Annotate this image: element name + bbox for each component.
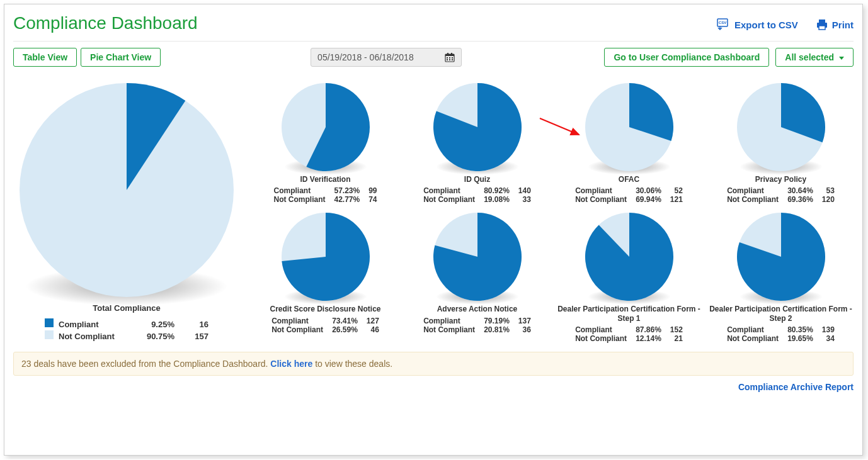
card-credit-score: Credit Score Disclosure Notice Compliant…: [253, 213, 398, 343]
val-n: 33: [523, 195, 531, 204]
total-compliance-pie-wrap[interactable]: [20, 83, 234, 297]
page-title: Compliance Dashboard: [13, 13, 198, 33]
csv-icon: CSV: [717, 18, 731, 31]
all-selected-dropdown[interactable]: All selected: [775, 48, 854, 67]
svg-rect-2: [819, 20, 825, 23]
banner-suffix: to view these deals.: [312, 359, 392, 369]
divider: [13, 41, 854, 42]
svg-rect-7: [447, 53, 448, 55]
val-pct: 80.35%: [787, 325, 813, 334]
title-credit-score: Credit Score Disclosure Notice: [270, 305, 380, 313]
lbl-compliant: Compliant: [727, 186, 764, 195]
total-compliance-column: Total Compliance Compliant 9.25% 16 N: [13, 83, 240, 343]
total-compliant-n: 16: [200, 320, 208, 329]
total-not-n: 157: [195, 332, 208, 341]
date-range-value: 05/19/2018 - 06/18/2018: [317, 52, 414, 62]
val-n: 140: [518, 186, 531, 195]
val-n: 74: [368, 195, 377, 204]
lbl-not: Not Compliant: [575, 195, 627, 204]
view-toggle-group: Table View Pie Chart View: [13, 48, 161, 67]
banner-prefix: 23 deals have been excluded from the Com…: [21, 359, 270, 369]
title-dealer-step1: Dealer Participation Certification Form …: [556, 305, 702, 323]
pie-ofac[interactable]: [585, 83, 673, 171]
val-n: 34: [826, 334, 835, 343]
val-pct: 30.64%: [787, 186, 813, 195]
top-actions: CSV Export to CSV Print: [717, 18, 854, 31]
val-pct: 12.14%: [636, 334, 661, 343]
stats-dealer-step2: Compliant 80.35% 139 Not Compliant 19.65…: [727, 325, 835, 343]
val-n: 127: [367, 317, 379, 325]
title-privacy-policy: Privacy Policy: [755, 175, 806, 184]
stats-adverse-action: Compliant 79.19% 137 Not Compliant 20.81…: [423, 317, 531, 334]
card-id-quiz: ID Quiz Compliant 80.92% 140 Not Complia…: [404, 83, 550, 204]
val-n: 99: [368, 186, 377, 195]
val-n: 21: [675, 334, 683, 343]
user-dashboard-button[interactable]: Go to User Compliance Dashboard: [604, 48, 769, 67]
all-selected-label: All selected: [785, 52, 834, 62]
pie-privacy-policy[interactable]: [737, 83, 825, 171]
pie-dealer-step1[interactable]: [585, 213, 673, 301]
total-not-pct: 90.75%: [147, 332, 174, 341]
pie-adverse-action[interactable]: [433, 213, 522, 301]
svg-rect-11: [452, 57, 453, 59]
lbl-not: Not Compliant: [727, 195, 779, 204]
topbar: Compliance Dashboard CSV Export to CSV P…: [13, 11, 854, 38]
dashboard-frame: Compliance Dashboard CSV Export to CSV P…: [4, 4, 863, 456]
lbl-not: Not Compliant: [575, 334, 627, 343]
right-controls: Go to User Compliance Dashboard All sele…: [604, 48, 854, 67]
export-csv-button[interactable]: CSV Export to CSV: [717, 18, 798, 31]
card-dealer-step2: Dealer Participation Certification Form …: [708, 213, 854, 343]
banner-link[interactable]: Click here: [270, 359, 312, 369]
stats-id-quiz: Compliant 80.92% 140 Not Compliant 19.08…: [423, 186, 531, 204]
val-n: 36: [523, 325, 531, 334]
title-ofac: OFAC: [619, 175, 639, 184]
val-pct: 69.94%: [636, 195, 661, 204]
svg-rect-14: [452, 59, 453, 60]
excluded-deals-banner: 23 deals have been excluded from the Com…: [13, 352, 854, 376]
lbl-not: Not Compliant: [273, 195, 325, 204]
card-adverse-action: Adverse Action Notice Compliant 79.19% 1…: [404, 213, 550, 343]
archive-report-link[interactable]: Compliance Archive Report: [13, 382, 854, 392]
card-ofac: OFAC Compliant 30.06% 52 Not Compliant 6…: [556, 83, 702, 204]
pie-chart-view-button[interactable]: Pie Chart View: [81, 48, 161, 67]
val-n: 52: [675, 186, 683, 195]
title-id-quiz: ID Quiz: [464, 175, 490, 184]
val-pct: 79.19%: [484, 317, 510, 325]
export-csv-label: Export to CSV: [734, 20, 798, 30]
pie-credit-score[interactable]: [282, 213, 370, 301]
val-pct: 19.65%: [787, 334, 813, 343]
lbl-compliant: Compliant: [271, 317, 309, 325]
controlbar: Table View Pie Chart View 05/19/2018 - 0…: [13, 48, 854, 67]
pie-id-verification[interactable]: [282, 83, 370, 171]
charts-area: Total Compliance Compliant 9.25% 16 N: [13, 83, 854, 343]
legend-compliant-row: Compliant 9.25% 16: [45, 317, 208, 329]
pie-dealer-step2[interactable]: [737, 213, 825, 301]
svg-rect-6: [445, 54, 454, 56]
card-id-verification: ID Verification Compliant 57.23% 99 Not …: [253, 83, 398, 204]
val-pct: 69.36%: [787, 195, 813, 204]
val-pct: 87.86%: [636, 325, 661, 334]
lbl-compliant: Compliant: [575, 325, 612, 334]
title-adverse-action: Adverse Action Notice: [437, 305, 518, 313]
total-compliant-pct: 9.25%: [151, 320, 174, 329]
legend-not-compliant-label: Not Compliant: [59, 332, 115, 341]
date-range-picker[interactable]: 05/19/2018 - 06/18/2018: [311, 48, 462, 67]
calendar-icon: [445, 52, 455, 62]
val-pct: 73.41%: [332, 317, 358, 325]
svg-rect-13: [449, 59, 450, 60]
lbl-compliant: Compliant: [273, 186, 311, 195]
print-button[interactable]: Print: [816, 18, 854, 31]
lbl-not: Not Compliant: [727, 334, 779, 343]
card-privacy-policy: Privacy Policy Compliant 30.64% 53 Not C…: [708, 83, 854, 204]
svg-rect-8: [451, 53, 452, 55]
card-dealer-step1: Dealer Participation Certification Form …: [556, 213, 702, 343]
lbl-compliant: Compliant: [575, 186, 612, 195]
pie-id-quiz[interactable]: [433, 83, 522, 171]
stats-id-verification: Compliant 57.23% 99 Not Compliant 42.77%…: [273, 186, 377, 204]
table-view-button[interactable]: Table View: [13, 48, 77, 67]
print-label: Print: [832, 20, 854, 30]
chevron-down-icon: [839, 57, 844, 60]
val-pct: 57.23%: [334, 186, 360, 195]
total-compliance-card: Total Compliance Compliant 9.25% 16 N: [13, 83, 240, 341]
val-n: 121: [670, 195, 683, 204]
